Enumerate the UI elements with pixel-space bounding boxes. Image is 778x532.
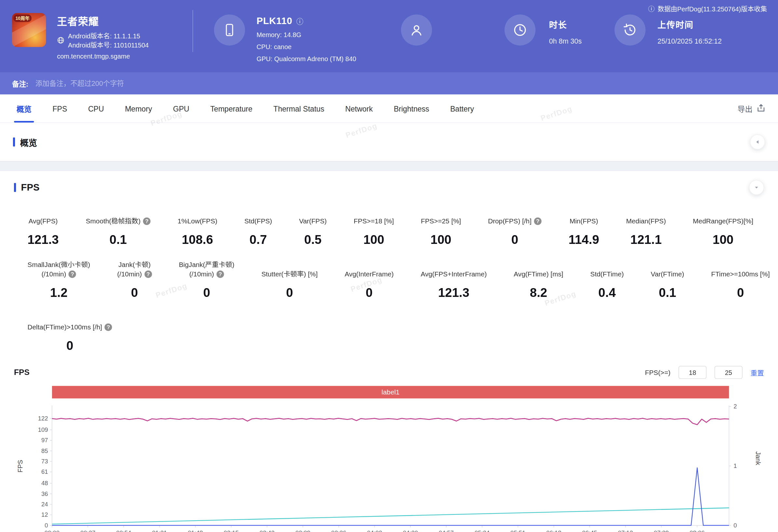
device-info-icon[interactable]: ⓘ [296, 16, 303, 26]
metric: Avg(FTime) [ms]8.2 [500, 260, 577, 300]
svg-text:00:00: 00:00 [45, 529, 60, 532]
metric: Avg(FPS)121.3 [14, 207, 72, 247]
tab-bar: 概览FPSCPUMemoryGPUTemperatureThermal Stat… [0, 95, 778, 123]
metric: Std(FTime)0.4 [577, 260, 637, 300]
metric-label: Min(FPS) [569, 217, 598, 226]
tab-battery[interactable]: Battery [440, 95, 485, 123]
metric-label: MedRange(FPS)[%] [693, 217, 753, 226]
help-icon[interactable]: ? [217, 271, 224, 278]
note-input[interactable] [34, 79, 766, 88]
svg-text:61: 61 [41, 468, 48, 475]
svg-text:07:12: 07:12 [618, 529, 633, 532]
export-button[interactable]: 导出 [737, 103, 772, 113]
help-icon[interactable]: ? [534, 218, 542, 225]
metric: MedRange(FPS)[%]100 [680, 207, 767, 247]
fps-threshold-label: FPS(>=) [645, 369, 670, 376]
metric-label: Smooth(稳帧指数) [86, 217, 141, 226]
metric-value: 0 [711, 286, 770, 300]
device-memory: Memory: 14.8G [257, 31, 357, 39]
duration-label: 时长 [549, 18, 582, 30]
upload-time-label: 上传时间 [658, 18, 722, 30]
tab-list: 概览FPSCPUMemoryGPUTemperatureThermal Stat… [6, 95, 484, 123]
tab-brightness[interactable]: Brightness [383, 95, 440, 123]
collect-info: ⓘ 数据由PerfDog(11.3.250764)版本收集 [648, 4, 767, 13]
device-gpu: GPU: Qualcomm Adreno (TM) 840 [257, 55, 357, 62]
phone-icon [214, 15, 245, 46]
collapse-panel-button[interactable] [750, 135, 765, 150]
metrics-grid: Avg(FPS)121.3Smooth(稳帧指数)?0.11%Low(FPS)1… [14, 207, 764, 353]
tab-概览[interactable]: 概览 [6, 95, 42, 123]
metric-value: 0.1 [651, 286, 684, 300]
svg-text:0: 0 [45, 522, 48, 529]
metric-label: Stutter(卡顿率) [%] [261, 270, 318, 279]
app-title: 王者荣耀 [57, 14, 149, 28]
svg-text:06:18: 06:18 [546, 529, 561, 532]
note-bar: 备注: [0, 73, 778, 95]
tab-fps[interactable]: FPS [42, 95, 77, 123]
metric-label: (/10min) [117, 270, 142, 279]
metric: Var(FPS)0.5 [286, 207, 340, 247]
metric-label: FPS>=25 [%] [421, 217, 461, 226]
tab-gpu[interactable]: GPU [163, 95, 200, 123]
metric-label: Avg(FPS+InterFrame) [420, 270, 486, 279]
metric-value: 8.2 [514, 286, 563, 300]
y-axis-right-label: Jank [755, 451, 762, 465]
svg-text:03:09: 03:09 [295, 529, 310, 532]
fps-threshold-high-input[interactable] [715, 366, 743, 379]
metric-label: Delta(FTime)>100ms [/h] [28, 323, 102, 332]
metric-label: Avg(FTime) [ms] [514, 270, 563, 279]
svg-text:85: 85 [41, 447, 48, 454]
metric-label: 1%Low(FPS) [177, 217, 217, 226]
metric-value: 0.5 [299, 232, 327, 247]
metric-value: 121.3 [28, 232, 59, 247]
metric: Delta(FTime)>100ms [/h]?0 [14, 313, 126, 353]
metric-label: Std(FPS) [244, 217, 272, 226]
metric-value: 121.1 [626, 232, 666, 247]
svg-text:08:06: 08:06 [690, 529, 704, 532]
metric-value: 0 [179, 286, 235, 300]
help-icon[interactable]: ? [69, 271, 76, 278]
device-block: PLK110 ⓘ Memory: 14.8G CPU: canoe GPU: Q… [214, 15, 356, 63]
chart-title: FPS [14, 368, 29, 377]
svg-text:06:45: 06:45 [582, 529, 597, 532]
metric-label: FTime>=100ms [%] [711, 270, 770, 279]
help-icon[interactable]: ? [144, 271, 152, 278]
svg-text:0: 0 [733, 522, 737, 529]
duration-block: 时长 0h 8m 30s [504, 15, 581, 46]
svg-text:04:57: 04:57 [439, 529, 454, 532]
tab-cpu[interactable]: CPU [78, 95, 114, 123]
help-icon[interactable]: ? [143, 218, 151, 225]
metric: Smooth(稳帧指数)?0.1 [72, 207, 164, 247]
fps-chart: FPS FPS(>=) 重置 label1 FPS 01224364861738… [14, 366, 764, 532]
metric-label: FPS>=18 [%] [354, 217, 394, 226]
section-accent [13, 138, 15, 147]
svg-text:07:39: 07:39 [654, 529, 669, 532]
metric-value: 0 [345, 286, 394, 300]
metric: Min(FPS)114.9 [555, 207, 612, 247]
device-cpu: CPU: canoe [257, 43, 357, 51]
tab-memory[interactable]: Memory [114, 95, 163, 123]
fps-threshold-low-input[interactable] [679, 366, 706, 379]
section-separator [0, 161, 778, 171]
user-icon [401, 15, 432, 46]
tab-temperature[interactable]: Temperature [200, 95, 263, 123]
svg-text:01:48: 01:48 [188, 529, 203, 532]
section-accent [14, 183, 16, 192]
metric-label: Median(FPS) [626, 217, 666, 226]
svg-text:1: 1 [733, 462, 737, 469]
metric: BigJank(严重卡顿)(/10min)?0 [166, 260, 248, 300]
metric: Avg(InterFrame)0 [331, 260, 407, 300]
metric-value: 121.3 [420, 286, 486, 300]
tab-network[interactable]: Network [335, 95, 383, 123]
metric-value: 0.1 [86, 232, 151, 247]
collapse-fps-button[interactable] [749, 180, 764, 195]
help-icon[interactable]: ? [105, 323, 112, 331]
svg-text:36: 36 [41, 490, 48, 497]
svg-text:24: 24 [41, 501, 48, 508]
metric-value: 0 [261, 286, 318, 300]
metric-value: 1.2 [28, 286, 90, 300]
metric: FPS>=25 [%]100 [407, 207, 474, 247]
duration-value: 0h 8m 30s [549, 37, 582, 45]
tab-thermal-status[interactable]: Thermal Status [263, 95, 335, 123]
reset-link[interactable]: 重置 [750, 368, 764, 378]
